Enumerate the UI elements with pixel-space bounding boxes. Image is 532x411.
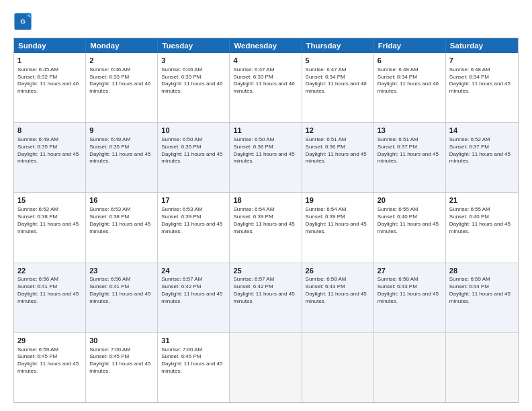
day-cell-19: 19Sunrise: 6:54 AMSunset: 6:39 PMDayligh… xyxy=(302,193,374,262)
day-info: Sunrise: 6:51 AMSunset: 6:37 PMDaylight:… xyxy=(378,136,442,165)
header-cell-monday: Monday xyxy=(86,38,158,53)
day-number: 27 xyxy=(378,266,442,276)
day-number: 12 xyxy=(306,126,370,136)
day-info: Sunrise: 6:48 AMSunset: 6:34 PMDaylight:… xyxy=(449,66,515,95)
day-cell-5: 5Sunrise: 6:47 AMSunset: 6:34 PMDaylight… xyxy=(302,53,374,122)
day-cell-12: 12Sunrise: 6:51 AMSunset: 6:36 PMDayligh… xyxy=(302,123,374,192)
day-info: Sunrise: 6:51 AMSunset: 6:36 PMDaylight:… xyxy=(306,136,370,165)
day-cell-22: 22Sunrise: 6:56 AMSunset: 6:41 PMDayligh… xyxy=(14,263,86,332)
day-number: 21 xyxy=(449,195,515,205)
day-cell-14: 14Sunrise: 6:52 AMSunset: 6:37 PMDayligh… xyxy=(446,123,518,192)
calendar-row-4: 22Sunrise: 6:56 AMSunset: 6:41 PMDayligh… xyxy=(14,263,518,333)
day-info: Sunrise: 6:50 AMSunset: 6:36 PMDaylight:… xyxy=(233,136,298,165)
empty-cell xyxy=(446,333,518,402)
day-cell-26: 26Sunrise: 6:58 AMSunset: 6:43 PMDayligh… xyxy=(302,263,374,332)
day-number: 18 xyxy=(233,195,298,205)
day-cell-27: 27Sunrise: 6:58 AMSunset: 6:43 PMDayligh… xyxy=(374,263,446,332)
day-number: 28 xyxy=(449,266,515,276)
day-cell-10: 10Sunrise: 6:50 AMSunset: 6:35 PMDayligh… xyxy=(158,123,230,192)
day-info: Sunrise: 6:49 AMSunset: 6:35 PMDaylight:… xyxy=(89,136,154,165)
day-number: 19 xyxy=(306,195,370,205)
day-info: Sunrise: 6:55 AMSunset: 6:40 PMDaylight:… xyxy=(378,206,442,235)
day-number: 25 xyxy=(233,266,298,276)
day-number: 13 xyxy=(378,126,442,136)
calendar-body: 1Sunrise: 6:45 AMSunset: 6:32 PMDaylight… xyxy=(14,53,518,402)
day-info: Sunrise: 6:56 AMSunset: 6:41 PMDaylight:… xyxy=(89,276,154,305)
day-cell-11: 11Sunrise: 6:50 AMSunset: 6:36 PMDayligh… xyxy=(230,123,302,192)
day-number: 5 xyxy=(306,56,370,66)
calendar-page: G SundayMondayTuesdayWednesdayThursdayFr… xyxy=(0,0,532,411)
day-cell-2: 2Sunrise: 6:46 AMSunset: 6:33 PMDaylight… xyxy=(86,53,158,122)
day-cell-23: 23Sunrise: 6:56 AMSunset: 6:41 PMDayligh… xyxy=(86,263,158,332)
day-info: Sunrise: 6:45 AMSunset: 6:32 PMDaylight:… xyxy=(17,66,82,95)
day-cell-8: 8Sunrise: 6:49 AMSunset: 6:35 PMDaylight… xyxy=(14,123,86,192)
day-info: Sunrise: 6:59 AMSunset: 6:44 PMDaylight:… xyxy=(449,276,515,305)
day-number: 22 xyxy=(17,266,82,276)
day-info: Sunrise: 6:59 AMSunset: 6:45 PMDaylight:… xyxy=(17,347,82,375)
calendar-row-2: 8Sunrise: 6:49 AMSunset: 6:35 PMDaylight… xyxy=(14,123,518,193)
day-info: Sunrise: 6:55 AMSunset: 6:40 PMDaylight:… xyxy=(449,206,515,235)
calendar-border: SundayMondayTuesdayWednesdayThursdayFrid… xyxy=(13,38,519,403)
day-info: Sunrise: 7:00 AMSunset: 6:46 PMDaylight:… xyxy=(161,347,226,375)
day-number: 8 xyxy=(17,126,82,136)
day-cell-25: 25Sunrise: 6:57 AMSunset: 6:42 PMDayligh… xyxy=(230,263,302,332)
day-cell-3: 3Sunrise: 6:46 AMSunset: 6:33 PMDaylight… xyxy=(158,53,230,122)
day-info: Sunrise: 6:47 AMSunset: 6:33 PMDaylight:… xyxy=(233,66,298,95)
day-cell-28: 28Sunrise: 6:59 AMSunset: 6:44 PMDayligh… xyxy=(446,263,518,332)
day-cell-16: 16Sunrise: 6:53 AMSunset: 6:38 PMDayligh… xyxy=(86,193,158,262)
day-number: 6 xyxy=(378,56,442,66)
day-cell-31: 31Sunrise: 7:00 AMSunset: 6:46 PMDayligh… xyxy=(158,333,230,402)
day-cell-15: 15Sunrise: 6:52 AMSunset: 6:38 PMDayligh… xyxy=(14,193,86,262)
day-cell-21: 21Sunrise: 6:55 AMSunset: 6:40 PMDayligh… xyxy=(446,193,518,262)
header-cell-thursday: Thursday xyxy=(302,38,374,53)
svg-text:G: G xyxy=(20,17,26,25)
day-number: 3 xyxy=(161,56,226,66)
empty-cell xyxy=(230,333,302,402)
day-cell-17: 17Sunrise: 6:53 AMSunset: 6:39 PMDayligh… xyxy=(158,193,230,262)
day-number: 17 xyxy=(161,195,226,205)
day-number: 7 xyxy=(449,56,515,66)
day-cell-4: 4Sunrise: 6:47 AMSunset: 6:33 PMDaylight… xyxy=(230,53,302,122)
day-info: Sunrise: 6:46 AMSunset: 6:33 PMDaylight:… xyxy=(161,66,226,95)
day-number: 1 xyxy=(17,56,82,66)
day-info: Sunrise: 6:57 AMSunset: 6:42 PMDaylight:… xyxy=(161,276,226,305)
day-info: Sunrise: 6:49 AMSunset: 6:35 PMDaylight:… xyxy=(17,136,82,165)
day-cell-30: 30Sunrise: 7:00 AMSunset: 6:45 PMDayligh… xyxy=(86,333,158,402)
logo-icon: G xyxy=(13,12,32,31)
day-cell-9: 9Sunrise: 6:49 AMSunset: 6:35 PMDaylight… xyxy=(86,123,158,192)
empty-cell xyxy=(302,333,374,402)
day-info: Sunrise: 6:56 AMSunset: 6:41 PMDaylight:… xyxy=(17,276,82,305)
day-number: 4 xyxy=(233,56,298,66)
header-cell-sunday: Sunday xyxy=(14,38,86,53)
logo: G xyxy=(13,12,35,31)
day-info: Sunrise: 6:47 AMSunset: 6:34 PMDaylight:… xyxy=(306,66,370,95)
day-cell-6: 6Sunrise: 6:48 AMSunset: 6:34 PMDaylight… xyxy=(374,53,446,122)
day-number: 10 xyxy=(161,126,226,136)
day-cell-18: 18Sunrise: 6:54 AMSunset: 6:39 PMDayligh… xyxy=(230,193,302,262)
day-info: Sunrise: 6:57 AMSunset: 6:42 PMDaylight:… xyxy=(233,276,298,305)
header-cell-tuesday: Tuesday xyxy=(158,38,230,53)
day-cell-7: 7Sunrise: 6:48 AMSunset: 6:34 PMDaylight… xyxy=(446,53,518,122)
header-cell-wednesday: Wednesday xyxy=(230,38,302,53)
day-number: 16 xyxy=(89,195,154,205)
day-number: 2 xyxy=(89,56,154,66)
day-number: 15 xyxy=(17,195,82,205)
calendar-header: SundayMondayTuesdayWednesdayThursdayFrid… xyxy=(14,38,518,53)
header: G xyxy=(13,12,519,31)
day-info: Sunrise: 6:48 AMSunset: 6:34 PMDaylight:… xyxy=(378,66,442,95)
header-cell-saturday: Saturday xyxy=(446,38,518,53)
day-number: 20 xyxy=(378,195,442,205)
day-number: 23 xyxy=(89,266,154,276)
calendar-row-1: 1Sunrise: 6:45 AMSunset: 6:32 PMDaylight… xyxy=(14,53,518,123)
day-info: Sunrise: 6:54 AMSunset: 6:39 PMDaylight:… xyxy=(306,206,370,235)
day-info: Sunrise: 7:00 AMSunset: 6:45 PMDaylight:… xyxy=(89,347,154,375)
day-cell-13: 13Sunrise: 6:51 AMSunset: 6:37 PMDayligh… xyxy=(374,123,446,192)
day-cell-29: 29Sunrise: 6:59 AMSunset: 6:45 PMDayligh… xyxy=(14,333,86,402)
day-number: 31 xyxy=(161,336,226,346)
day-info: Sunrise: 6:53 AMSunset: 6:38 PMDaylight:… xyxy=(89,206,154,235)
day-info: Sunrise: 6:46 AMSunset: 6:33 PMDaylight:… xyxy=(89,66,154,95)
day-number: 9 xyxy=(89,126,154,136)
day-cell-20: 20Sunrise: 6:55 AMSunset: 6:40 PMDayligh… xyxy=(374,193,446,262)
calendar-row-5: 29Sunrise: 6:59 AMSunset: 6:45 PMDayligh… xyxy=(14,333,518,402)
day-info: Sunrise: 6:52 AMSunset: 6:38 PMDaylight:… xyxy=(17,206,82,235)
